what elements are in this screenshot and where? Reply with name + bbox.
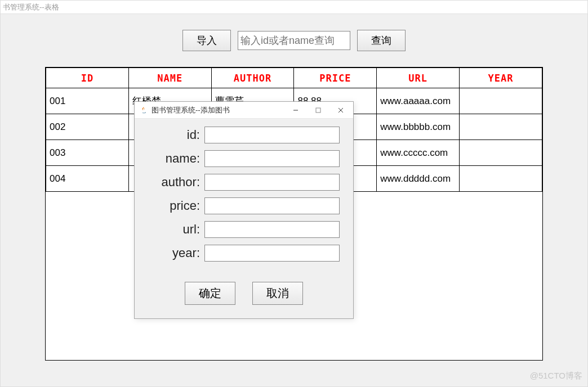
cell-id: 003 xyxy=(46,140,129,166)
cell-year xyxy=(460,140,542,166)
dialog-title: 图书管理系统--添加图书 xyxy=(152,105,284,115)
col-price: PRICE xyxy=(294,68,377,88)
id-field[interactable] xyxy=(204,127,340,143)
url-label: url: xyxy=(148,222,204,237)
java-icon xyxy=(139,106,148,115)
dialog-body: id: name: author: price: url: year: xyxy=(135,119,353,274)
form-row-author: author: xyxy=(148,174,340,191)
cell-year xyxy=(460,166,542,192)
name-field[interactable] xyxy=(204,150,340,167)
cell-year xyxy=(460,88,542,114)
minimize-icon xyxy=(293,107,299,113)
search-input[interactable] xyxy=(238,31,350,50)
col-year: YEAR xyxy=(460,68,542,88)
minimize-button[interactable] xyxy=(284,102,307,118)
cell-url: www.ddddd.com xyxy=(377,166,460,192)
form-row-name: name: xyxy=(148,150,340,167)
year-label: year: xyxy=(148,246,204,260)
close-button[interactable] xyxy=(329,102,352,118)
form-row-id: id: xyxy=(148,127,340,143)
main-title-bar: 书管理系统--表格 xyxy=(1,1,587,14)
cell-id: 004 xyxy=(46,166,129,192)
main-window-title: 书管理系统--表格 xyxy=(3,2,59,12)
import-button[interactable]: 导入 xyxy=(182,30,231,51)
form-row-url: url: xyxy=(148,221,340,238)
col-id: ID xyxy=(46,68,129,88)
dialog-title-bar[interactable]: 图书管理系统--添加图书 xyxy=(135,102,353,119)
maximize-icon xyxy=(315,107,321,113)
price-label: price: xyxy=(148,199,204,213)
name-label: name: xyxy=(148,151,204,166)
query-button[interactable]: 查询 xyxy=(357,30,406,51)
col-name: NAME xyxy=(128,68,211,88)
dialog-actions: 确定 取消 xyxy=(135,274,353,318)
cell-id: 001 xyxy=(46,88,129,114)
cell-id: 002 xyxy=(46,114,129,140)
form-row-year: year: xyxy=(148,245,340,262)
cell-url: www.ccccc.com xyxy=(377,140,460,166)
price-field[interactable] xyxy=(204,197,340,214)
window-controls xyxy=(284,102,352,118)
cancel-button[interactable]: 取消 xyxy=(252,282,303,305)
year-field[interactable] xyxy=(204,245,340,262)
ok-button[interactable]: 确定 xyxy=(185,282,235,305)
cell-url: www.bbbbb.com xyxy=(377,114,460,140)
maximize-button[interactable] xyxy=(307,102,329,118)
add-book-dialog: 图书管理系统--添加图书 id: name: author: pri xyxy=(134,101,354,319)
toolbar: 导入 查询 xyxy=(1,14,587,67)
cell-year xyxy=(460,114,542,140)
svg-rect-1 xyxy=(316,108,320,112)
col-author: AUTHOR xyxy=(211,68,294,88)
author-label: author: xyxy=(148,175,204,190)
id-label: id: xyxy=(148,128,204,142)
cell-url: www.aaaaa.com xyxy=(377,88,460,114)
author-field[interactable] xyxy=(204,174,340,191)
form-row-price: price: xyxy=(148,197,340,214)
close-icon xyxy=(338,107,344,113)
url-field[interactable] xyxy=(204,221,340,238)
col-url: URL xyxy=(377,68,460,88)
table-header-row: ID NAME AUTHOR PRICE URL YEAR xyxy=(46,68,542,88)
